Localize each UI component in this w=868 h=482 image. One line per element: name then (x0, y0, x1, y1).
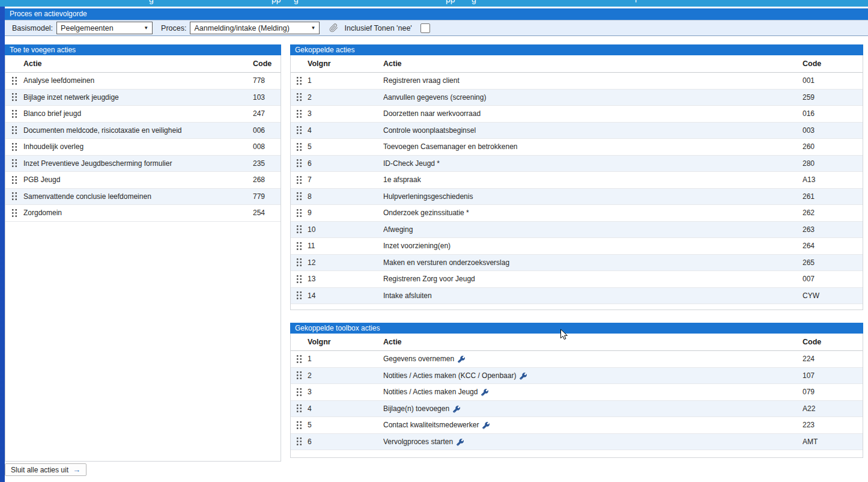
paperclip-icon[interactable] (329, 23, 338, 32)
drag-handle-icon[interactable] (12, 93, 17, 101)
basismodel-label: Basismodel: (12, 24, 53, 32)
wrench-icon[interactable] (458, 356, 465, 363)
table-row[interactable]: 14Intake afsluitenCYW (291, 288, 863, 305)
table-row[interactable]: 2Notities / Acties maken (KCC / Openbaar… (291, 368, 863, 385)
code-value: A13 (803, 175, 863, 184)
table-row[interactable]: 13Registreren Zorg voor Jeugd007 (291, 271, 863, 288)
table-row[interactable]: Zorgdomein254 (5, 205, 281, 222)
drag-handle-icon[interactable] (297, 209, 302, 217)
column-header-code: Code (253, 59, 281, 68)
drag-handle-icon[interactable] (12, 126, 17, 134)
table-row[interactable]: 6Vervolgproces startenAMT (291, 434, 863, 451)
proces-selected-value: Aanmelding/intake (Melding) (194, 24, 289, 32)
action-label: Notities / Acties maken Jeugd (383, 388, 478, 396)
drag-handle-icon[interactable] (12, 143, 17, 151)
code-value: 268 (253, 175, 281, 184)
table-row[interactable]: Documenten meldcode, risicotaxatie en ve… (5, 123, 281, 139)
action-label: Intake afsluiten (383, 291, 432, 300)
table-row[interactable]: PGB Jeugd268 (5, 172, 281, 189)
drag-handle-icon[interactable] (12, 192, 17, 200)
table-row[interactable]: 3Notities / Acties maken Jeugd079 (291, 384, 863, 401)
inclusief-tonen-checkbox[interactable] (420, 23, 430, 33)
drag-handle-icon[interactable] (297, 438, 302, 445)
table-row[interactable]: Samenvattende conclusie leefdomeinen779 (5, 189, 281, 206)
arrow-right-icon: → (73, 465, 80, 474)
wrench-icon[interactable] (453, 406, 460, 413)
wrench-icon[interactable] (457, 439, 464, 446)
wrench-icon[interactable] (520, 373, 527, 380)
basismodel-select[interactable]: Peelgemeenten ▼ (56, 22, 153, 34)
table-row[interactable]: 5Toevoegen Casemanager en betrokkenen260 (291, 139, 863, 156)
table-row[interactable]: 9Onderzoek gezinssituatie *262 (291, 205, 863, 222)
action-label: Aanvullen gegevens (screening) (383, 93, 486, 102)
table-row[interactable]: 11Inzet voorziening(en)264 (291, 238, 863, 255)
drag-handle-icon[interactable] (12, 110, 17, 118)
drag-handle-icon[interactable] (297, 371, 302, 379)
drag-handle-icon[interactable] (12, 209, 17, 217)
volgnr-value: 6 (308, 159, 383, 168)
volgnr-value: 2 (308, 371, 383, 380)
table-row[interactable]: 71e afspraakA13 (291, 172, 863, 189)
drag-handle-icon[interactable] (297, 421, 302, 429)
action-label: Zorgdomein (23, 209, 62, 217)
code-value: 263 (803, 225, 863, 234)
table-row[interactable]: Blanco brief jeugd247 (5, 106, 281, 123)
drag-handle-icon[interactable] (297, 225, 302, 233)
wrench-icon[interactable] (482, 422, 490, 429)
table-row[interactable]: 8Hulpverleningsgeschiedenis261 (291, 189, 863, 206)
table-row[interactable]: Inhoudelijk overleg008 (5, 139, 281, 156)
code-value: 006 (253, 126, 281, 135)
table-row[interactable]: 3Doorzetten naar werkvoorraad016 (291, 106, 863, 123)
code-value: 223 (803, 421, 863, 429)
table-row[interactable]: 12Maken en versturen onderzoeksverslag26… (291, 255, 863, 272)
drag-handle-icon[interactable] (12, 77, 17, 85)
table-row[interactable]: Bijlage inzet netwerk jeugdige103 (5, 90, 281, 106)
drag-handle-icon[interactable] (297, 176, 302, 184)
drag-handle-icon[interactable] (297, 388, 302, 396)
table-row[interactable]: 6ID-Check Jeugd *280 (291, 156, 863, 172)
code-value: 262 (803, 209, 863, 217)
code-value: 079 (803, 388, 863, 396)
volgnr-value: 1 (308, 355, 383, 363)
drag-handle-icon[interactable] (297, 159, 302, 167)
drag-handle-icon[interactable] (12, 159, 17, 167)
drag-handle-icon[interactable] (297, 77, 302, 85)
action-label: Inzet Preventieve Jeugdbescherming formu… (23, 159, 172, 168)
drag-handle-icon[interactable] (297, 275, 302, 283)
table-row[interactable]: 1Gegevens overnemen224 (291, 351, 863, 368)
drag-handle-icon[interactable] (297, 143, 302, 151)
table-row[interactable]: 5Contact kwaliteitsmedewerker223 (291, 417, 863, 434)
drag-handle-icon[interactable] (297, 258, 302, 266)
code-value: 016 (803, 109, 863, 118)
panel-title: Gekoppelde acties (290, 44, 863, 55)
action-label: ID-Check Jeugd * (383, 159, 440, 168)
drag-handle-icon[interactable] (297, 93, 302, 101)
table-row[interactable]: 1Registreren vraag client001 (291, 73, 863, 90)
code-value: 778 (253, 76, 281, 85)
wrench-icon[interactable] (481, 389, 488, 396)
table-row[interactable]: 10Afweging263 (291, 222, 863, 239)
drag-handle-icon[interactable] (297, 110, 302, 118)
drag-handle-icon[interactable] (297, 126, 302, 134)
drag-handle-icon[interactable] (297, 242, 302, 250)
sluit-alle-acties-button[interactable]: Sluit alle acties uit → (5, 463, 86, 476)
drag-handle-icon[interactable] (297, 404, 302, 412)
panel-title: Gekoppelde toolbox acties (290, 323, 863, 334)
table-row[interactable]: Inzet Preventieve Jeugdbescherming formu… (5, 156, 281, 172)
drag-handle-icon[interactable] (297, 192, 302, 200)
table-row[interactable]: Analyse leefdomeinen778 (5, 73, 281, 90)
action-label: Bijlage(n) toevoegen (383, 404, 449, 413)
drag-handle-icon[interactable] (297, 355, 302, 363)
process-filter-panel: Proces en actievolgorde Basismodel: Peel… (5, 8, 868, 36)
proces-select[interactable]: Aanmelding/intake (Melding) ▼ (190, 22, 320, 34)
table-row[interactable]: 4Controle woonplaatsbeginsel003 (291, 123, 863, 139)
proces-label: Proces: (161, 24, 186, 32)
column-header-actie: Actie (383, 338, 803, 346)
drag-handle-icon[interactable] (297, 291, 302, 299)
action-label: Hulpverleningsgeschiedenis (383, 192, 473, 201)
code-value: 003 (803, 126, 863, 135)
action-label: Maken en versturen onderzoeksverslag (383, 258, 509, 267)
table-row[interactable]: 2Aanvullen gegevens (screening)259 (291, 90, 863, 106)
drag-handle-icon[interactable] (12, 176, 17, 184)
table-row[interactable]: 4Bijlage(n) toevoegenA22 (291, 401, 863, 418)
